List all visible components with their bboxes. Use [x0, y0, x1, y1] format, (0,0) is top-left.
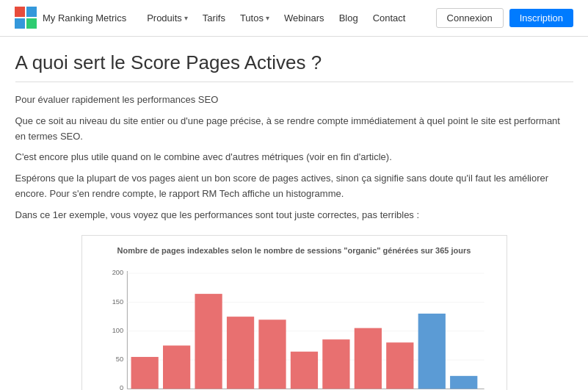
svg-rect-0 [15, 7, 25, 17]
svg-text:150: 150 [112, 297, 123, 305]
connexion-button[interactable]: Connexion [436, 8, 504, 28]
bar-201a364 [386, 342, 413, 389]
bar-11a20 [258, 319, 286, 389]
chevron-down-icon-2: ▾ [266, 14, 269, 22]
paragraph-3: C'est encore plus utile quand on le comb… [15, 150, 573, 165]
inscription-button[interactable]: Inscription [509, 9, 573, 27]
bar-2a5 [195, 294, 222, 389]
paragraph-2: Que ce soit au niveau du site entier ou … [15, 114, 573, 145]
svg-text:0: 0 [120, 384, 123, 390]
brand-label: My Ranking Metrics [43, 12, 126, 24]
bar-101a200 [354, 328, 381, 389]
nav-produits[interactable]: Produits ▾ [141, 10, 194, 26]
bar-6a10 [226, 317, 253, 389]
logo-icon [15, 7, 38, 30]
svg-rect-2 [15, 18, 25, 29]
svg-text:50: 50 [115, 355, 123, 363]
nav-blog[interactable]: Blog [333, 10, 364, 26]
svg-rect-3 [26, 18, 37, 29]
paragraph-5: Dans ce 1er exemple, vous voyez que les … [15, 208, 573, 223]
navbar-logo: My Ranking Metrics [15, 7, 126, 30]
svg-text:200: 200 [112, 269, 123, 276]
navbar-buttons: Connexion Inscription [436, 8, 573, 28]
nav-contact[interactable]: Contact [367, 10, 412, 26]
chart-title: Nombre de pages indexables selon le nomb… [97, 246, 492, 255]
article-content: A quoi sert le Score Pages Actives ? Pou… [1, 37, 588, 390]
bar-51a100 [322, 339, 349, 389]
bar-21a50 [290, 351, 317, 389]
navbar: My Ranking Metrics Produits ▾ Tarifs Tut… [0, 0, 588, 37]
bar-3650plus [450, 375, 477, 389]
histogram-chart: 200 150 100 50 0 0 1 [97, 262, 492, 390]
nav-menu: Produits ▾ Tarifs Tutos ▾ Webinars Blog … [141, 10, 435, 26]
bar-0 [131, 357, 158, 389]
nav-webinars[interactable]: Webinars [278, 10, 330, 26]
nav-tarifs[interactable]: Tarifs [197, 10, 231, 26]
svg-rect-1 [26, 7, 37, 17]
nav-tutos[interactable]: Tutos ▾ [234, 10, 275, 26]
paragraph-4: Espérons que la plupart de vos pages aie… [15, 171, 573, 202]
page-title: A quoi sert le Score Pages Actives ? [15, 51, 573, 82]
chart-container: Nombre de pages indexables selon le nomb… [81, 235, 507, 390]
bar-1 [163, 345, 190, 389]
chart-area: 200 150 100 50 0 0 1 [97, 262, 492, 390]
chevron-down-icon: ▾ [184, 14, 188, 22]
bar-365a3649 [418, 314, 445, 389]
paragraph-1: Pour évaluer rapidement les performances… [15, 93, 573, 108]
svg-text:100: 100 [112, 326, 123, 333]
